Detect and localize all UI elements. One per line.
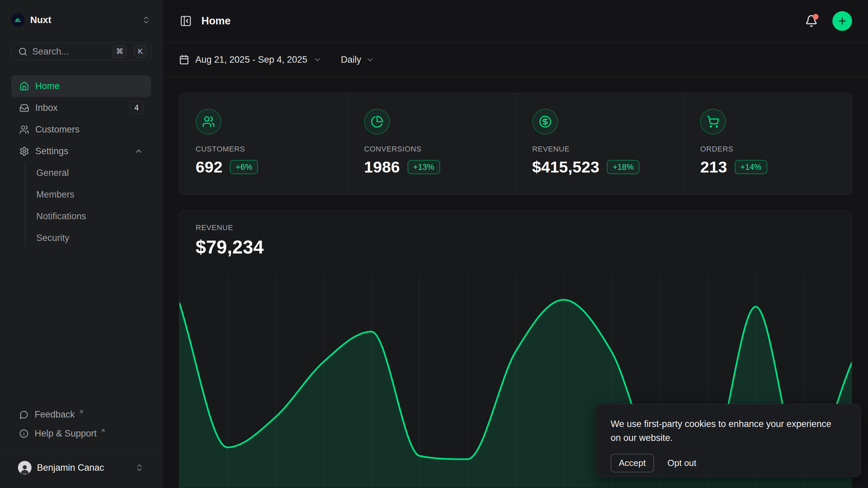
- chevron-down-icon: [313, 56, 322, 64]
- sidebar: Nuxt ⌘ K Home: [0, 0, 163, 488]
- pie-chart-icon: [364, 109, 390, 135]
- stat-label: CONVERSIONS: [364, 145, 499, 154]
- stats-row: CUSTOMERS 692 +6% CONVERSIONS 1986 +13%: [179, 93, 852, 195]
- external-link-icon: [78, 409, 84, 415]
- sidebar-item-label: Home: [35, 81, 143, 92]
- revenue-value: $79,234: [196, 236, 835, 258]
- topbar: Home: [163, 0, 868, 42]
- page-title: Home: [201, 15, 795, 27]
- calendar-icon: [179, 55, 189, 65]
- chevrons-up-down-icon: [134, 463, 144, 473]
- granularity-select[interactable]: Daily: [341, 55, 374, 65]
- avatar: [18, 461, 32, 474]
- user-name: Benjamin Canac: [37, 463, 129, 473]
- stat-label: CUSTOMERS: [196, 145, 331, 154]
- feedback-label: Feedback: [35, 409, 75, 420]
- sidebar-item-settings[interactable]: Settings: [11, 140, 151, 162]
- kbd-cmd: ⌘: [113, 45, 126, 58]
- notifications-button[interactable]: [804, 14, 819, 28]
- stat-value: $415,523: [532, 158, 599, 176]
- workspace-switcher[interactable]: Nuxt: [11, 12, 151, 28]
- info-icon: [19, 429, 28, 438]
- inbox-icon: [19, 103, 29, 113]
- sidebar-item-general[interactable]: General: [36, 162, 151, 184]
- external-link-icon: [100, 428, 106, 434]
- date-range-picker[interactable]: Aug 21, 2025 - Sep 4, 2025: [179, 55, 322, 65]
- sidebar-item-label: Customers: [35, 124, 143, 135]
- sidebar-user-section: Benjamin Canac: [0, 450, 162, 488]
- users-icon: [196, 109, 221, 135]
- chevron-up-icon: [134, 147, 143, 156]
- stat-delta-badge: +14%: [735, 160, 767, 174]
- filter-bar: Aug 21, 2025 - Sep 4, 2025 Daily: [163, 42, 868, 77]
- stat-delta-badge: +13%: [408, 160, 440, 174]
- sidebar-item-home[interactable]: Home: [11, 75, 151, 97]
- feedback-link[interactable]: Feedback: [11, 405, 151, 424]
- inbox-count-badge: 4: [130, 101, 143, 114]
- accept-button[interactable]: Accept: [611, 454, 654, 472]
- sidebar-item-label: Settings: [35, 146, 128, 157]
- brand-name: Nuxt: [30, 15, 136, 25]
- date-range-label: Aug 21, 2025 - Sep 4, 2025: [195, 55, 307, 65]
- chevron-down-icon: [366, 56, 374, 64]
- search-icon: [18, 47, 27, 56]
- stat-delta-badge: +18%: [607, 160, 639, 174]
- opt-out-button[interactable]: Opt out: [666, 454, 698, 472]
- home-icon: [19, 81, 29, 91]
- sidebar-item-customers[interactable]: Customers: [11, 119, 151, 140]
- nuxt-logo-icon: [11, 13, 25, 27]
- add-button[interactable]: [832, 11, 852, 31]
- sidebar-nav: Home Inbox 4 Customers: [11, 75, 151, 249]
- stat-value: 213: [700, 158, 727, 176]
- stat-value: 1986: [364, 158, 400, 176]
- revenue-label: REVENUE: [196, 223, 835, 232]
- stat-customers: CUSTOMERS 692 +6%: [179, 93, 348, 195]
- help-support-link[interactable]: Help & Support: [11, 424, 151, 443]
- chevrons-up-down-icon[interactable]: [141, 15, 151, 25]
- stat-value: 692: [196, 158, 222, 176]
- gear-icon: [19, 146, 29, 156]
- help-support-label: Help & Support: [35, 428, 97, 439]
- stat-label: REVENUE: [532, 145, 668, 154]
- stat-delta-badge: +6%: [230, 160, 258, 174]
- sidebar-item-label: Inbox: [35, 103, 124, 113]
- granularity-label: Daily: [341, 55, 361, 65]
- kbd-k: K: [134, 45, 147, 58]
- cart-icon: [700, 109, 726, 135]
- users-icon: [19, 125, 29, 135]
- search-input[interactable]: [32, 46, 108, 57]
- panel-left-close-icon[interactable]: [179, 14, 193, 28]
- settings-sub-list: General Members Notifications Security: [11, 162, 151, 249]
- dollar-circle-icon: [532, 109, 558, 135]
- stat-conversions: CONVERSIONS 1986 +13%: [348, 93, 516, 195]
- stat-revenue: REVENUE $415,523 +18%: [516, 93, 684, 195]
- message-circle-icon: [19, 410, 28, 419]
- sidebar-item-security[interactable]: Security: [36, 227, 151, 249]
- notification-dot: [813, 14, 818, 20]
- sidebar-item-members[interactable]: Members: [36, 184, 151, 205]
- sidebar-footer: Feedback Help & Support: [11, 405, 151, 443]
- stat-label: ORDERS: [700, 145, 835, 154]
- cookie-message: We use first-party cookies to enhance yo…: [611, 417, 834, 445]
- search-box[interactable]: ⌘ K: [11, 43, 151, 60]
- user-menu-button[interactable]: Benjamin Canac: [11, 458, 151, 478]
- cookie-banner: We use first-party cookies to enhance yo…: [595, 404, 861, 477]
- stat-orders: ORDERS 213 +14%: [684, 93, 852, 195]
- sidebar-item-notifications[interactable]: Notifications: [36, 205, 151, 227]
- sidebar-item-inbox[interactable]: Inbox 4: [11, 97, 151, 119]
